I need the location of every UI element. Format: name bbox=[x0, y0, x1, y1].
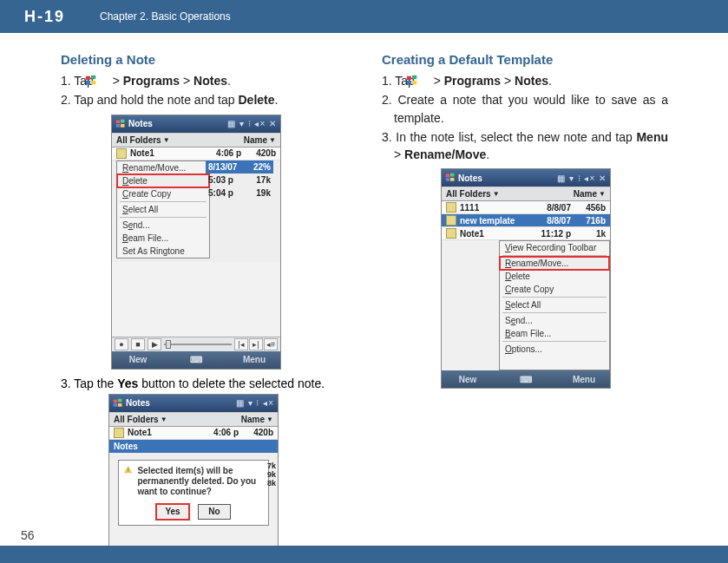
left-column: Deleting a Note 1. Tap > Programs > Note… bbox=[61, 52, 347, 563]
menu-options[interactable]: Options... bbox=[500, 343, 609, 356]
svg-rect-16 bbox=[407, 81, 411, 84]
note-row[interactable]: 1111 8/8/07 456b bbox=[442, 201, 610, 214]
next-button[interactable]: ▸| bbox=[249, 338, 263, 350]
start-icon bbox=[418, 74, 430, 86]
keyboard-icon[interactable]: ⌨ bbox=[187, 355, 206, 364]
device-topbar: Notes ▦ ▾ ⁝ ◂× ✕ bbox=[112, 115, 280, 133]
svg-rect-19 bbox=[450, 173, 455, 177]
svg-rect-15 bbox=[412, 75, 416, 79]
svg-rect-5 bbox=[121, 119, 125, 122]
note-row[interactable]: Note1 4:06 p 420b bbox=[109, 427, 278, 440]
device-topbar: Notes ▦ ▾ ⁝ ◂× bbox=[109, 395, 278, 412]
menu-send[interactable]: Send... bbox=[117, 219, 209, 232]
folder-bar[interactable]: All Folders▼ Name▼ bbox=[442, 187, 610, 201]
menu-beam[interactable]: Beam File... bbox=[500, 327, 609, 340]
svg-rect-8 bbox=[114, 399, 118, 403]
menu-rename[interactable]: Rename/Move... bbox=[500, 257, 609, 270]
keyboard-icon[interactable]: ⌨ bbox=[516, 375, 535, 384]
svg-rect-6 bbox=[116, 124, 121, 128]
screenshot-delete-menu: Notes ▦ ▾ ⁝ ◂× ✕ All Folders▼ Name▼ Note… bbox=[111, 115, 281, 370]
section-title-template: Creating a Default Template bbox=[382, 52, 668, 67]
softkey-bar: New ⌨ Menu bbox=[112, 351, 280, 369]
no-button[interactable]: No bbox=[198, 504, 231, 520]
menu-rename[interactable]: Rename/Move... bbox=[117, 161, 209, 174]
note-icon bbox=[114, 428, 124, 438]
menu-select-all[interactable]: Select All bbox=[117, 203, 209, 216]
note-row[interactable]: Note1 11:12 p 1k bbox=[442, 227, 610, 240]
svg-rect-21 bbox=[450, 178, 455, 181]
right-column: Creating a Default Template 1. Tap > Pro… bbox=[382, 52, 668, 563]
svg-rect-2 bbox=[86, 81, 90, 84]
svg-rect-20 bbox=[446, 178, 450, 181]
device-topbar: Notes ▦ ▾ ⁝ ◂× ✕ bbox=[442, 169, 610, 187]
softkey-menu[interactable]: Menu bbox=[228, 355, 280, 364]
left-step-3-wrap: 3. Tap the Yes button to delete the sele… bbox=[61, 375, 347, 563]
menu-create-copy[interactable]: Create Copy bbox=[117, 187, 209, 200]
start-icon bbox=[97, 74, 109, 86]
start-button[interactable]: Notes bbox=[445, 173, 482, 183]
start-button[interactable]: Notes bbox=[115, 119, 153, 129]
folder-bar[interactable]: All Folders▼ Name▼ bbox=[112, 133, 280, 147]
yes-button[interactable]: Yes bbox=[156, 504, 189, 520]
confirm-dialog: ! Selected item(s) will be permanently d… bbox=[118, 460, 269, 526]
softkey-menu[interactable]: Menu bbox=[558, 375, 610, 384]
page-number: 56 bbox=[21, 528, 35, 542]
note-icon bbox=[116, 148, 127, 159]
note-row[interactable]: Note1 4:06 p 420b bbox=[112, 147, 280, 160]
softkey-new[interactable]: New bbox=[442, 375, 494, 384]
status-icons: ▦ ▾ ⁝ ◂× ✕ bbox=[227, 119, 277, 128]
chapter-title: Chapter 2. Basic Operations bbox=[82, 10, 231, 23]
note-row-selected[interactable]: new template 8/8/07 716b bbox=[442, 214, 610, 227]
play-button[interactable]: ▶ bbox=[148, 338, 161, 350]
folder-bar[interactable]: All Folders▼ Name▼ bbox=[109, 412, 278, 427]
right-step-2: 2. Create a note that you would like to … bbox=[382, 91, 668, 127]
svg-rect-17 bbox=[412, 81, 416, 84]
left-step-1: 1. Tap > Programs > Notes. bbox=[61, 72, 347, 89]
left-step-2: 2. Tap and hold the note and tap Delete. bbox=[61, 91, 347, 108]
menu-send[interactable]: Send... bbox=[500, 314, 609, 327]
manual-logo: H-19 bbox=[0, 8, 82, 26]
menu-create-copy[interactable]: Create Copy bbox=[500, 283, 609, 296]
left-step-3: 3. Tap the Yes button to delete the sele… bbox=[61, 375, 347, 392]
right-step-1: 1. Tap > Programs > Notes. bbox=[382, 72, 668, 89]
stop-button[interactable]: ■ bbox=[131, 338, 145, 350]
page-header: H-19 Chapter 2. Basic Operations bbox=[0, 0, 728, 33]
svg-rect-18 bbox=[446, 174, 450, 178]
menu-select-all[interactable]: Select All bbox=[500, 298, 609, 311]
status-icons: ▦ ▾ ⁝ ◂× ✕ bbox=[557, 173, 607, 183]
svg-rect-7 bbox=[121, 124, 125, 128]
svg-rect-4 bbox=[116, 120, 121, 123]
note-icon bbox=[446, 228, 456, 239]
svg-rect-3 bbox=[91, 81, 95, 84]
svg-rect-0 bbox=[86, 76, 90, 80]
svg-rect-10 bbox=[114, 403, 118, 407]
screenshot-rename-menu: Notes ▦ ▾ ⁝ ◂× ✕ All Folders▼ Name▼ 1111… bbox=[441, 168, 611, 389]
note-icon bbox=[446, 215, 456, 226]
section-title-deleting: Deleting a Note bbox=[61, 52, 347, 67]
screenshot-confirm-dialog: Notes ▦ ▾ ⁝ ◂× All Folders▼ Name▼ Note1 … bbox=[108, 394, 279, 563]
context-side-rows: 8/13/0722% 5:03 p17k 5:04 p19k bbox=[206, 160, 273, 200]
svg-rect-9 bbox=[118, 399, 122, 403]
dialog-header: Notes bbox=[109, 440, 278, 453]
prev-button[interactable]: |◂ bbox=[234, 338, 248, 350]
right-step-3: 3. In the note list, select the new note… bbox=[382, 128, 668, 164]
note-icon bbox=[446, 202, 456, 213]
menu-delete[interactable]: Delete bbox=[117, 174, 209, 187]
warning-icon: ! bbox=[124, 466, 132, 485]
softkey-new[interactable]: New bbox=[112, 355, 164, 364]
vol-button[interactable]: ◂# bbox=[264, 338, 278, 350]
menu-beam[interactable]: Beam File... bbox=[117, 232, 209, 245]
record-button[interactable]: ● bbox=[115, 338, 128, 350]
menu-view-toolbar[interactable]: View Recording Toolbar bbox=[500, 241, 609, 254]
svg-rect-11 bbox=[118, 403, 122, 407]
context-menu: View Recording Toolbar Rename/Move... De… bbox=[499, 240, 610, 370]
dialog-message: Selected item(s) will be permanently del… bbox=[137, 466, 263, 497]
menu-delete[interactable]: Delete bbox=[500, 270, 609, 283]
svg-rect-1 bbox=[91, 75, 95, 79]
context-menu: Rename/Move... Delete Create Copy Select… bbox=[116, 160, 210, 259]
svg-rect-14 bbox=[407, 76, 411, 80]
start-button[interactable]: Notes bbox=[113, 398, 150, 409]
seek-slider[interactable] bbox=[164, 344, 232, 345]
footer-bar bbox=[0, 546, 728, 563]
menu-ringtone[interactable]: Set As Ringtone bbox=[117, 245, 209, 258]
